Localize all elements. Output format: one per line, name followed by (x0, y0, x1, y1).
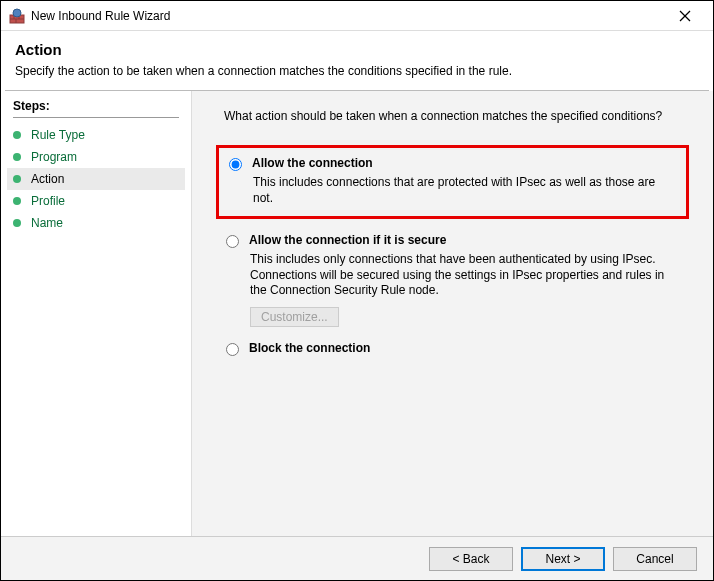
step-bullet-icon (13, 219, 21, 227)
sidebar-item-rule-type[interactable]: Rule Type (7, 124, 185, 146)
radio-input-allow-secure[interactable] (226, 235, 239, 248)
option-allow-secure: Allow the connection if it is secure Thi… (216, 233, 689, 327)
firewall-icon (9, 8, 25, 24)
radio-input-block[interactable] (226, 343, 239, 356)
radio-description: This includes only connections that have… (250, 252, 679, 299)
titlebar: New Inbound Rule Wizard (1, 1, 713, 31)
main-panel: What action should be taken when a conne… (191, 91, 713, 539)
footer: < Back Next > Cancel (1, 536, 713, 580)
steps-underline (13, 117, 179, 118)
page-subtitle: Specify the action to be taken when a co… (15, 64, 699, 78)
close-icon (679, 10, 691, 22)
customize-button: Customize... (250, 307, 339, 327)
close-button[interactable] (665, 2, 705, 30)
page-title: Action (15, 41, 699, 58)
radio-label: Block the connection (249, 341, 370, 355)
radio-allow-connection[interactable]: Allow the connection (229, 156, 676, 171)
highlighted-option: Allow the connection This includes conne… (216, 145, 689, 219)
radio-label: Allow the connection if it is secure (249, 233, 446, 247)
header: Action Specify the action to be taken wh… (1, 31, 713, 90)
sidebar-item-action[interactable]: Action (7, 168, 185, 190)
cancel-button[interactable]: Cancel (613, 547, 697, 571)
window-title: New Inbound Rule Wizard (31, 9, 665, 23)
content: Steps: Rule Type Program Action Profile … (1, 91, 713, 539)
sidebar-item-label: Program (31, 150, 77, 164)
sidebar-item-label: Action (31, 172, 64, 186)
steps-heading: Steps: (13, 99, 185, 113)
radio-label: Allow the connection (252, 156, 373, 170)
sidebar-item-label: Rule Type (31, 128, 85, 142)
sidebar-item-program[interactable]: Program (7, 146, 185, 168)
next-button[interactable]: Next > (521, 547, 605, 571)
sidebar-item-label: Name (31, 216, 63, 230)
option-block-connection: Block the connection (216, 341, 689, 356)
step-bullet-icon (13, 153, 21, 161)
question-text: What action should be taken when a conne… (224, 109, 689, 123)
back-button[interactable]: < Back (429, 547, 513, 571)
radio-description: This includes connections that are prote… (253, 175, 676, 206)
step-bullet-icon (13, 131, 21, 139)
svg-point-5 (13, 9, 21, 17)
sidebar-item-name[interactable]: Name (7, 212, 185, 234)
sidebar-item-profile[interactable]: Profile (7, 190, 185, 212)
radio-input-allow[interactable] (229, 158, 242, 171)
sidebar-item-label: Profile (31, 194, 65, 208)
radio-allow-secure[interactable]: Allow the connection if it is secure (226, 233, 679, 248)
radio-block-connection[interactable]: Block the connection (226, 341, 679, 356)
step-bullet-icon (13, 197, 21, 205)
step-bullet-icon (13, 175, 21, 183)
sidebar: Steps: Rule Type Program Action Profile … (1, 91, 191, 539)
